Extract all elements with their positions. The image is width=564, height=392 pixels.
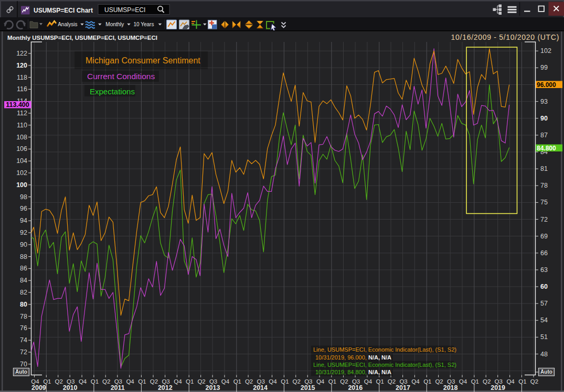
svg-text:Q1: Q1 (91, 378, 99, 385)
svg-text:104: 104 (16, 157, 27, 165)
svg-text:Monthly: Monthly (105, 21, 124, 27)
svg-text:48: 48 (540, 351, 548, 358)
svg-text:2015: 2015 (301, 384, 315, 391)
svg-text:Q2: Q2 (150, 378, 158, 385)
svg-text:Q1: Q1 (138, 378, 146, 385)
svg-text:Line, USUMSP=ECI, Economic Ind: Line, USUMSP=ECI, Economic Indicator(Las… (313, 346, 456, 353)
svg-text:Q4: Q4 (221, 378, 230, 385)
svg-text:Expectations: Expectations (90, 87, 135, 96)
svg-text:72: 72 (540, 216, 548, 223)
svg-text:Michigan Consumer Sentiment: Michigan Consumer Sentiment (86, 56, 200, 65)
svg-text:81: 81 (540, 165, 548, 172)
svg-text:78: 78 (20, 313, 27, 320)
svg-text:82: 82 (20, 289, 27, 296)
svg-text:2009: 2009 (31, 384, 46, 391)
svg-text:10/31/2019, 84.800, N/A, N/A: 10/31/2019, 84.800, N/A, N/A (315, 369, 391, 375)
svg-text:Q1: Q1 (281, 378, 289, 385)
svg-text:90: 90 (20, 241, 27, 248)
svg-text:69: 69 (540, 233, 548, 240)
svg-text:Q1: Q1 (328, 378, 336, 385)
svg-text:78: 78 (540, 182, 548, 189)
svg-text:Q4: Q4 (459, 378, 467, 385)
svg-text:108: 108 (16, 134, 27, 141)
svg-text:Auto: Auto (540, 369, 552, 375)
svg-text:113.400: 113.400 (6, 101, 29, 108)
svg-text:Q2: Q2 (197, 378, 205, 385)
svg-text:Q4: Q4 (364, 378, 373, 385)
svg-text:96: 96 (20, 205, 27, 212)
svg-text:Q2: Q2 (530, 378, 538, 385)
svg-text:Q2: Q2 (293, 378, 301, 385)
svg-text:Q2: Q2 (102, 378, 110, 385)
svg-text:Q2: Q2 (388, 378, 396, 385)
svg-text:84: 84 (20, 277, 27, 284)
svg-text:Q1: Q1 (233, 378, 241, 385)
svg-text:Q1: Q1 (376, 378, 384, 385)
svg-text:66: 66 (540, 249, 548, 257)
svg-text:118: 118 (17, 74, 27, 81)
svg-text:99: 99 (540, 64, 548, 71)
svg-text:106: 106 (16, 145, 27, 153)
svg-text:60: 60 (540, 283, 548, 290)
svg-text:Q2: Q2 (483, 378, 491, 385)
svg-text:2017: 2017 (396, 384, 410, 391)
svg-text:51: 51 (540, 333, 548, 341)
svg-text:102: 102 (16, 169, 27, 177)
svg-text:Q4: Q4 (316, 378, 325, 385)
svg-text:Q4: Q4 (126, 378, 134, 385)
svg-text:90: 90 (540, 115, 548, 122)
svg-text:Q1: Q1 (186, 378, 194, 385)
svg-text:10/16/2009 - 5/10/2020 (UTC): 10/16/2009 - 5/10/2020 (UTC) (451, 33, 559, 41)
svg-text:92: 92 (20, 229, 27, 236)
svg-text:Q4: Q4 (269, 378, 277, 385)
svg-text:Q2: Q2 (340, 378, 348, 385)
svg-text:Q4: Q4 (79, 378, 87, 385)
svg-text:Line, USUMEP=ECI, Economic Ind: Line, USUMEP=ECI, Economic Indicator(Las… (313, 362, 456, 368)
svg-text:84.800: 84.800 (537, 145, 556, 152)
svg-text:102: 102 (540, 47, 551, 55)
svg-text:80: 80 (20, 301, 27, 308)
svg-text:USUMSP=ECI: USUMSP=ECI (104, 6, 145, 14)
svg-text:116: 116 (17, 85, 27, 93)
svg-text:76: 76 (20, 324, 27, 332)
svg-text:Monthly USUMSP=ECI, USUMEP=ECI: Monthly USUMSP=ECI, USUMEP=ECI, USUMCP=E… (7, 35, 157, 41)
svg-text:54: 54 (540, 317, 548, 324)
svg-text:87: 87 (540, 132, 548, 139)
svg-text:10/31/2019, 96.000, N/A, N/A: 10/31/2019, 96.000, N/A, N/A (315, 354, 391, 361)
svg-text:Q4: Q4 (411, 378, 420, 385)
svg-text:122: 122 (16, 50, 27, 57)
svg-text:100: 100 (16, 181, 27, 189)
svg-text:2016: 2016 (348, 384, 363, 391)
svg-text:Q4: Q4 (506, 378, 515, 385)
svg-text:57: 57 (540, 300, 548, 307)
svg-text:Q2: Q2 (55, 378, 63, 385)
svg-text:86: 86 (20, 265, 27, 272)
svg-text:2011: 2011 (111, 384, 125, 391)
svg-text:70: 70 (20, 361, 27, 368)
svg-text:63: 63 (540, 266, 548, 274)
svg-text:Q1: Q1 (423, 378, 431, 385)
svg-text:2010: 2010 (63, 384, 78, 391)
svg-text:2013: 2013 (206, 384, 220, 391)
svg-text:120: 120 (16, 62, 27, 69)
svg-text:USUMSP=ECI Chart: USUMSP=ECI Chart (34, 7, 93, 14)
svg-text:Q2: Q2 (435, 378, 443, 385)
svg-text:110: 110 (17, 122, 27, 129)
svg-text:96.000: 96.000 (537, 81, 556, 89)
svg-text:Current Conditions: Current Conditions (87, 72, 155, 81)
svg-text:Q2: Q2 (245, 378, 253, 385)
svg-text:2014: 2014 (253, 384, 268, 391)
svg-text:Auto: Auto (15, 369, 27, 375)
svg-text:72: 72 (20, 349, 27, 356)
svg-text:10 Years: 10 Years (134, 21, 154, 27)
svg-text:2018: 2018 (443, 384, 458, 391)
svg-text:94: 94 (20, 217, 27, 224)
svg-text:112: 112 (17, 110, 27, 117)
svg-text:Q1: Q1 (471, 378, 479, 385)
svg-text:98: 98 (20, 193, 27, 201)
svg-text:2012: 2012 (158, 384, 173, 391)
svg-text:2019: 2019 (491, 384, 505, 391)
svg-text:88: 88 (20, 253, 27, 260)
svg-text:Q4: Q4 (174, 378, 182, 385)
svg-text:74: 74 (20, 336, 27, 344)
